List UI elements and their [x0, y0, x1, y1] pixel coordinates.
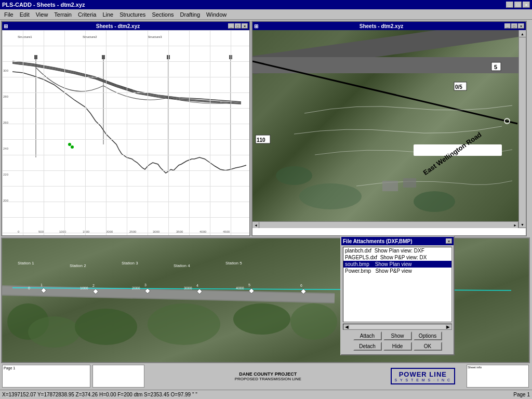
svg-text:0/5: 0/5	[455, 84, 462, 90]
left-close[interactable]: ×	[242, 23, 248, 29]
right-minimize[interactable]: _	[504, 23, 511, 29]
right-window-title: Sheets - dtm2.xyz	[360, 23, 403, 29]
svg-text:1000: 1000	[80, 286, 88, 290]
file-list[interactable]: planbch.dxf Show Plan view: DXF PAGEPLS.…	[343, 247, 452, 322]
ok-button[interactable]: OK	[414, 342, 442, 351]
svg-point-44	[414, 191, 455, 212]
scroll-down[interactable]: ▼	[519, 221, 526, 228]
dialog-btn-row-2: Detach Hide OK	[343, 342, 452, 351]
grid-background	[2, 30, 249, 235]
footer-logo-line1: POWER LINE	[395, 370, 451, 378]
app-title: PLS-CADD - Sheets - dtm2.xyz	[2, 2, 85, 8]
left-window-title: Sheets - dtm2.xyz	[96, 23, 140, 29]
file-item-3[interactable]: Power.bmp Show P&P view	[343, 268, 451, 274]
file-item-0-desc: Show Plan view: DXF	[375, 248, 424, 254]
svg-text:Station 1: Station 1	[18, 261, 34, 265]
svg-rect-43	[403, 178, 416, 188]
file-list-scrollbar[interactable]: ◄ ►	[343, 324, 452, 330]
right-scrollbar-v[interactable]: ▲ ▼	[518, 30, 526, 228]
file-item-1-name: PAGEPLS.dxf	[345, 255, 377, 260]
footer-logo-line2: S Y S T E M S · I N C	[395, 378, 451, 382]
show-button[interactable]: Show	[383, 331, 412, 340]
dialog-btn-row-1: Attach Show Options	[343, 331, 452, 340]
file-item-0[interactable]: planbch.dxf Show Plan view: DXF	[343, 247, 451, 254]
dialog-buttons: Attach Show Options Detach Hide OK	[343, 331, 452, 351]
dialog-title-text: File Attachments (DXF,BMP)	[343, 238, 413, 244]
svg-text:Station 5: Station 5	[225, 261, 242, 265]
menu-bar: File Edit View Terrain Criteria Line Str…	[0, 9, 532, 20]
sheets-window-left: ⊞ Sheets - dtm2.xyz _ □ ×	[1, 21, 250, 236]
svg-text:Station 2: Station 2	[70, 263, 86, 268]
power-line-svg: East Wellington Road 5 0/5 110	[252, 30, 526, 228]
menu-structures[interactable]: Structures	[116, 10, 149, 19]
aerial-map-area: East Wellington Road 5 0/5 110	[252, 30, 526, 228]
right-maximize[interactable]: □	[511, 23, 517, 29]
left-minimize[interactable]: _	[228, 23, 234, 29]
svg-point-58	[148, 303, 220, 345]
maximize-button[interactable]: □	[514, 2, 522, 8]
scroll-right-arrow[interactable]: ►	[445, 324, 451, 330]
right-close[interactable]: ×	[518, 23, 524, 29]
menu-criteria[interactable]: Criteria	[75, 10, 99, 19]
footer-subtitle: PROPOSED TRANSMISSION LINE	[145, 377, 391, 381]
svg-text:4000: 4000	[236, 286, 244, 290]
right-window-icon: ⊞	[254, 23, 258, 29]
app-title-bar: PLS-CADD - Sheets - dtm2.xyz _ □ ×	[0, 0, 532, 9]
menu-window[interactable]: Window	[203, 10, 230, 19]
svg-point-56	[28, 316, 80, 348]
menu-line[interactable]: Line	[99, 10, 116, 19]
svg-point-59	[233, 303, 290, 335]
scroll-track-h2[interactable]	[350, 325, 445, 329]
svg-line-48	[2, 290, 335, 298]
left-window-title-bar: ⊞ Sheets - dtm2.xyz _ □ ×	[2, 22, 249, 30]
svg-text:3000: 3000	[184, 286, 192, 290]
svg-point-60	[290, 303, 337, 340]
scroll-left[interactable]: ◄	[252, 222, 259, 229]
svg-text:2000: 2000	[132, 286, 140, 290]
menu-file[interactable]: File	[1, 10, 17, 19]
minimize-button[interactable]: _	[506, 2, 513, 8]
svg-text:0: 0	[28, 286, 30, 290]
footer-thumb-label: Page 1	[3, 365, 90, 371]
detach-button[interactable]: Detach	[353, 342, 382, 351]
dialog-content: planbch.dxf Show Plan view: DXF PAGEPLS.…	[341, 245, 454, 352]
menu-sections[interactable]: Sections	[149, 10, 177, 19]
file-item-3-desc: Show P&P view	[375, 268, 411, 274]
svg-point-57	[75, 309, 137, 345]
footer-thumbnail-mid	[92, 365, 144, 388]
footer-bar: Page 1 DANE COUNTY PROJECT PROPOSED TRAN…	[1, 362, 530, 389]
right-scrollbar-h[interactable]: ◄ ►	[252, 221, 518, 228]
file-item-2[interactable]: south.bmp Show Plan view	[343, 261, 451, 268]
svg-rect-42	[382, 181, 398, 191]
left-maximize[interactable]: □	[235, 23, 241, 29]
file-item-0-name: planbch.dxf	[345, 248, 371, 254]
menu-view[interactable]: View	[33, 10, 51, 19]
svg-text:Station 4: Station 4	[174, 263, 190, 268]
dialog-close-button[interactable]: ×	[446, 238, 452, 244]
main-content: ⊞ Sheets - dtm2.xyz _ □ ×	[0, 20, 532, 398]
file-item-1[interactable]: PAGEPLS.dxf Show P&P view: DX	[343, 254, 451, 261]
close-button[interactable]: ×	[523, 2, 530, 8]
attach-button[interactable]: Attach	[353, 331, 382, 340]
options-button[interactable]: Options	[414, 331, 442, 340]
svg-line-32	[252, 61, 517, 124]
svg-text:3: 3	[144, 283, 147, 287]
footer-thumbnail-left: Page 1	[2, 365, 90, 388]
menu-edit[interactable]: Edit	[17, 10, 33, 19]
svg-text:1: 1	[41, 283, 43, 287]
file-item-2-desc: Show Plan view	[375, 261, 412, 267]
status-page: Page 1	[513, 392, 530, 397]
title-bar-buttons: _ □ ×	[506, 2, 530, 8]
scroll-up[interactable]: ▲	[519, 30, 526, 37]
scroll-right[interactable]: ►	[512, 222, 518, 229]
hide-button[interactable]: Hide	[383, 342, 412, 351]
file-item-2-name: south.bmp	[345, 261, 369, 267]
menu-drafting[interactable]: Drafting	[177, 10, 204, 19]
right-window-buttons: _ □ ×	[504, 23, 524, 29]
svg-text:5: 5	[494, 64, 497, 70]
status-coords: X=1397152.07 Y=17872838.95 Z=374.26 H=0.…	[2, 392, 197, 397]
scroll-left-arrow[interactable]: ◄	[344, 324, 350, 330]
svg-text:Station 3: Station 3	[122, 261, 138, 265]
menu-terrain[interactable]: Terrain	[51, 10, 75, 19]
svg-text:4: 4	[196, 284, 198, 287]
